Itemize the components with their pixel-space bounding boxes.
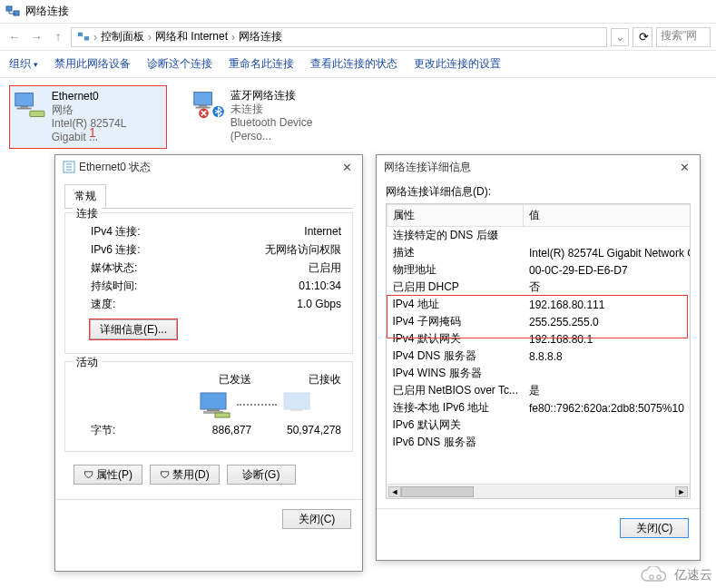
breadcrumb-dropdown[interactable]: ⌄ — [611, 28, 629, 46]
svg-point-21 — [657, 575, 661, 579]
ipv4-conn-value: Internet — [304, 222, 341, 240]
network-icon — [77, 31, 90, 44]
diagnose-link[interactable]: 诊断这个连接 — [147, 56, 212, 72]
properties-button[interactable]: 属性(P) — [74, 465, 142, 485]
network-connections-icon — [5, 5, 20, 19]
table-row[interactable]: 连接-本地 IPv6 地址fe80::7962:620a:2db8:5075%1… — [387, 399, 691, 416]
connection-group: 连接 IPv4 连接:Internet IPv6 连接:无网络访问权限 媒体状态… — [64, 212, 353, 354]
bytes-label: 字节: — [76, 422, 162, 438]
prop-cell: IPv6 默认网关 — [387, 416, 524, 434]
connection-status: 网络 — [52, 103, 162, 117]
prop-cell: 连接-本地 IPv6 地址 — [387, 399, 524, 416]
scroll-thumb[interactable] — [401, 486, 474, 497]
horizontal-scrollbar[interactable]: ◄ ► — [387, 484, 690, 498]
table-row[interactable]: 描述Intel(R) 82574L Gigabit Network Connec — [387, 244, 691, 261]
svg-rect-0 — [6, 6, 12, 11]
disable-button[interactable]: 禁用(D) — [150, 465, 220, 485]
close-button[interactable]: 关闭(C) — [282, 509, 351, 529]
svg-rect-7 — [30, 111, 44, 116]
media-state-label: 媒体状态: — [76, 259, 137, 277]
watermark-text: 亿速云 — [674, 567, 712, 583]
nav-back-button[interactable]: ← — [5, 28, 24, 46]
close-icon[interactable]: ✕ — [674, 159, 692, 175]
val-cell: Intel(R) 82574L Gigabit Network Connec — [524, 244, 691, 261]
details-dialog-title: 网络连接详细信息 — [384, 160, 471, 175]
val-cell: fe80::7962:620a:2db8:5075%10 — [524, 399, 691, 416]
prop-cell: 物理地址 — [387, 261, 524, 279]
activity-group: 活动 已发送 已接收 字节: 886,877 50,974,278 — [64, 361, 353, 452]
ipv6-conn-value: 无网络访问权限 — [265, 240, 341, 259]
svg-rect-9 — [199, 105, 207, 107]
properties-icon — [63, 161, 75, 173]
table-row[interactable]: 物理地址00-0C-29-ED-E6-D7 — [387, 261, 691, 279]
breadcrumb-item[interactable]: 网络和 Internet — [155, 29, 228, 44]
val-cell — [524, 434, 691, 451]
breadcrumb-item[interactable]: 网络连接 — [239, 29, 282, 44]
svg-rect-6 — [17, 108, 32, 110]
connection-device: Intel(R) 82574L Gigabit ... — [52, 117, 162, 144]
ethernet-adapter-icon — [14, 90, 46, 121]
refresh-button[interactable]: ⟳ — [633, 27, 652, 47]
col-value[interactable]: 值 — [524, 205, 691, 227]
details-button[interactable]: 详细信息(E)... — [90, 319, 177, 339]
computer-icon-faded — [282, 391, 315, 418]
table-row[interactable]: 连接特定的 DNS 后缀 — [387, 227, 691, 245]
val-cell: 8.8.8.8 — [524, 348, 691, 365]
details-caption: 网络连接详细信息(D): — [386, 184, 691, 200]
table-row[interactable]: IPv6 默认网关 — [387, 416, 691, 434]
svg-point-20 — [650, 575, 653, 579]
table-row[interactable]: IPv4 WINS 服务器 — [387, 365, 691, 382]
svg-rect-19 — [290, 409, 303, 411]
activity-arrows-icon — [237, 404, 277, 406]
media-state-value: 已启用 — [309, 259, 341, 277]
change-settings-link[interactable]: 更改此连接的设置 — [414, 56, 501, 72]
nav-up-button[interactable]: ↑ — [49, 28, 67, 46]
activity-legend: 活动 — [73, 355, 102, 370]
activity-graphic — [76, 391, 341, 418]
val-cell — [524, 416, 691, 434]
scroll-left-arrow[interactable]: ◄ — [388, 486, 401, 497]
tabs: 常规 — [64, 184, 353, 209]
svg-rect-15 — [207, 409, 220, 411]
val-cell: 是 — [524, 382, 691, 399]
svg-rect-5 — [20, 106, 28, 108]
table-row[interactable]: 已启用 NetBIOS over Tc...是 — [387, 382, 691, 399]
connection-name: Ethernet0 — [52, 90, 162, 103]
rename-link[interactable]: 重命名此连接 — [229, 56, 294, 72]
prop-cell: IPv4 DNS 服务器 — [387, 348, 524, 365]
close-button[interactable]: 关闭(C) — [620, 518, 689, 538]
tab-general[interactable]: 常规 — [64, 184, 106, 208]
svg-rect-8 — [194, 93, 212, 105]
val-cell: 否 — [524, 279, 691, 296]
address-bar: ← → ↑ › 控制面板 › 网络和 Internet › 网络连接 ⌄ ⟳ 搜… — [0, 24, 716, 51]
disable-device-link[interactable]: 禁用此网络设备 — [54, 56, 131, 72]
status-dialog-title: Ethernet0 状态 — [79, 160, 151, 175]
close-icon[interactable]: ✕ — [337, 159, 355, 175]
table-row[interactable]: IPv4 DNS 服务器8.8.8.8 — [387, 348, 691, 365]
svg-rect-2 — [78, 32, 83, 35]
svg-rect-3 — [84, 36, 89, 40]
table-row[interactable]: 已启用 DHCP否 — [387, 279, 691, 296]
organize-menu[interactable]: 组织 — [9, 56, 38, 72]
status-dialog: Ethernet0 状态 ✕ 常规 连接 IPv4 连接:Internet IP… — [54, 154, 363, 572]
breadcrumb-item[interactable]: 控制面板 — [101, 29, 144, 44]
prop-cell: 描述 — [387, 244, 524, 261]
sent-label: 已发送 — [162, 371, 251, 387]
connection-item-bluetooth[interactable]: 蓝牙网络连接 未连接 Bluetooth Device (Perso... — [189, 85, 347, 149]
view-status-link[interactable]: 查看此连接的状态 — [310, 56, 397, 72]
diagnose-button[interactable]: 诊断(G) — [227, 465, 296, 485]
nav-forward-button[interactable]: → — [27, 28, 45, 46]
ipv6-conn-label: IPv6 连接: — [76, 240, 141, 259]
connection-status: 未连接 — [230, 103, 343, 116]
val-cell: 00-0C-29-ED-E6-D7 — [524, 261, 691, 279]
scroll-right-arrow[interactable]: ► — [675, 486, 688, 497]
search-input[interactable]: 搜索"网络 — [656, 27, 711, 47]
svg-rect-14 — [201, 393, 226, 409]
connection-item-ethernet0[interactable]: Ethernet0 网络 Intel(R) 82574L Gigabit ... — [9, 85, 167, 149]
window-title: 网络连接 — [25, 4, 69, 19]
command-bar: 组织 禁用此网络设备 诊断这个连接 重命名此连接 查看此连接的状态 更改此连接的… — [0, 51, 716, 78]
table-row[interactable]: IPv6 DNS 服务器 — [387, 434, 691, 451]
col-property[interactable]: 属性 — [387, 205, 524, 227]
duration-label: 持续时间: — [76, 277, 137, 295]
breadcrumb[interactable]: › 控制面板 › 网络和 Internet › 网络连接 — [71, 27, 607, 47]
